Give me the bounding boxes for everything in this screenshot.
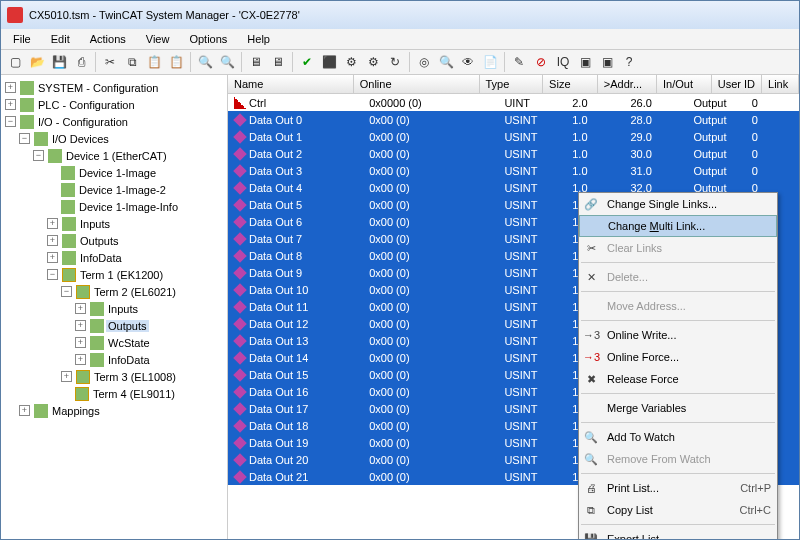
col-link[interactable]: Link (762, 75, 799, 93)
tb-activate-icon[interactable]: ⬛ (319, 52, 339, 72)
collapse-icon[interactable]: − (47, 269, 58, 280)
variable-icon (234, 97, 246, 109)
collapse-icon[interactable]: − (33, 150, 44, 161)
expand-icon[interactable]: + (47, 235, 58, 246)
ctx-online-force[interactable]: →3Online Force... (579, 346, 777, 368)
tb-no-icon[interactable]: ⊘ (531, 52, 551, 72)
list-row[interactable]: Data Out 10x00 (0)USINT1.029.0Output0 (228, 128, 799, 145)
collapse-icon[interactable]: − (19, 133, 30, 144)
tree-img1[interactable]: Device 1-Image (77, 167, 158, 179)
ctx-remove-watch[interactable]: 🔍Remove From Watch (579, 448, 777, 470)
expand-icon[interactable]: + (19, 405, 30, 416)
ctx-add-watch[interactable]: 🔍Add To Watch (579, 426, 777, 448)
list-row[interactable]: Data Out 20x00 (0)USINT1.030.0Output0 (228, 145, 799, 162)
tb-cut-icon[interactable]: ✂ (100, 52, 120, 72)
tb-saveall-icon[interactable]: ⎙ (71, 52, 91, 72)
variable-list[interactable]: Name Online Type Size >Addr... In/Out Us… (228, 75, 799, 539)
ctx-move-address[interactable]: Move Address... (579, 295, 777, 317)
list-row[interactable]: Data Out 30x00 (0)USINT1.031.0Output0 (228, 162, 799, 179)
expand-icon[interactable]: + (47, 252, 58, 263)
tb-copy-icon[interactable]: ⧉ (122, 52, 142, 72)
menu-edit[interactable]: Edit (43, 31, 78, 47)
tb-find-icon[interactable]: 🔍 (195, 52, 215, 72)
ctx-release-force[interactable]: ✖Release Force (579, 368, 777, 390)
tree-wcstate[interactable]: WcState (106, 337, 152, 349)
col-uid[interactable]: User ID (712, 75, 762, 93)
expand-icon[interactable]: + (5, 82, 16, 93)
tree-t2out[interactable]: Outputs (106, 320, 149, 332)
ctx-change-single[interactable]: 🔗Change Single Links... (579, 193, 777, 215)
expand-icon[interactable]: + (47, 218, 58, 229)
menu-actions[interactable]: Actions (82, 31, 134, 47)
tb-info-icon[interactable]: ? (619, 52, 639, 72)
expand-icon[interactable]: + (75, 337, 86, 348)
tree-plc[interactable]: PLC - Configuration (36, 99, 137, 111)
tree-t2in[interactable]: Inputs (106, 303, 140, 315)
expand-icon[interactable]: + (5, 99, 16, 110)
ctx-online-write[interactable]: →3Online Write... (579, 324, 777, 346)
tb-stop-icon[interactable]: ⚙ (363, 52, 383, 72)
expand-icon[interactable]: + (75, 320, 86, 331)
tree-img2[interactable]: Device 1-Image-2 (77, 184, 168, 196)
expand-icon[interactable]: + (75, 354, 86, 365)
tree-term2[interactable]: Term 2 (EL6021) (92, 286, 178, 298)
tree-dev1[interactable]: Device 1 (EtherCAT) (64, 150, 169, 162)
tree-infodata[interactable]: InfoData (78, 252, 124, 264)
tree-imgi[interactable]: Device 1-Image-Info (77, 201, 180, 213)
tb-dev3-icon[interactable]: ▣ (575, 52, 595, 72)
tree-system[interactable]: SYSTEM - Configuration (36, 82, 160, 94)
ctx-merge[interactable]: Merge Variables (579, 397, 777, 419)
tb-open-icon[interactable]: 📂 (27, 52, 47, 72)
tb-check-icon[interactable]: ✔ (297, 52, 317, 72)
tree-view[interactable]: +SYSTEM - Configuration +PLC - Configura… (1, 75, 228, 539)
list-row[interactable]: Data Out 00x00 (0)USINT1.028.0Output0 (228, 111, 799, 128)
tb-scope-icon[interactable]: ✎ (509, 52, 529, 72)
collapse-icon[interactable]: − (61, 286, 72, 297)
col-addr[interactable]: >Addr... (598, 75, 657, 93)
var-name: Data Out 4 (249, 182, 302, 194)
tb-target-icon[interactable]: ◎ (414, 52, 434, 72)
menu-file[interactable]: File (5, 31, 39, 47)
tb-watch-icon[interactable]: 👁 (458, 52, 478, 72)
expand-icon[interactable]: + (75, 303, 86, 314)
ctx-export[interactable]: 💾Export List... (579, 528, 777, 539)
tree-term3[interactable]: Term 3 (EL1008) (92, 371, 178, 383)
tb-paste-icon[interactable]: 📋 (144, 52, 164, 72)
ctx-delete[interactable]: ✕Delete... (579, 266, 777, 288)
tb-new-icon[interactable]: ▢ (5, 52, 25, 72)
tree-iodev[interactable]: I/O Devices (50, 133, 111, 145)
tb-device2-icon[interactable]: 🖥 (268, 52, 288, 72)
col-io[interactable]: In/Out (657, 75, 712, 93)
ctx-change-multi[interactable]: Change Multi Link... (579, 215, 777, 237)
menu-help[interactable]: Help (239, 31, 278, 47)
tb-restart-icon[interactable]: ↻ (385, 52, 405, 72)
menu-options[interactable]: Options (181, 31, 235, 47)
col-online[interactable]: Online (354, 75, 480, 93)
tb-device-icon[interactable]: 🖥 (246, 52, 266, 72)
tree-inputs[interactable]: Inputs (78, 218, 112, 230)
tb-paste2-icon[interactable]: 📋 (166, 52, 186, 72)
tb-dev4-icon[interactable]: ▣ (597, 52, 617, 72)
menu-view[interactable]: View (138, 31, 178, 47)
tree-term1[interactable]: Term 1 (EK1200) (78, 269, 165, 281)
ctx-print[interactable]: 🖨Print List...Ctrl+P (579, 477, 777, 499)
tb-zoom-icon[interactable]: 🔍 (436, 52, 456, 72)
tb-findnext-icon[interactable]: 🔍 (217, 52, 237, 72)
tree-outputs[interactable]: Outputs (78, 235, 121, 247)
ctx-clear-links[interactable]: ✂Clear Links (579, 237, 777, 259)
tb-iq-icon[interactable]: IQ (553, 52, 573, 72)
tree-t2info[interactable]: InfoData (106, 354, 152, 366)
ctx-copy[interactable]: ⧉Copy ListCtrl+C (579, 499, 777, 521)
list-row[interactable]: Ctrl0x0000 (0)UINT2.026.0Output0 (228, 94, 799, 111)
col-size[interactable]: Size (543, 75, 598, 93)
tb-prop-icon[interactable]: 📄 (480, 52, 500, 72)
tree-ioconf[interactable]: I/O - Configuration (36, 116, 130, 128)
expand-icon[interactable]: + (61, 371, 72, 382)
tree-mappings[interactable]: Mappings (50, 405, 102, 417)
collapse-icon[interactable]: − (5, 116, 16, 127)
col-name[interactable]: Name (228, 75, 354, 93)
tree-term4[interactable]: Term 4 (EL9011) (91, 388, 177, 400)
tb-save-icon[interactable]: 💾 (49, 52, 69, 72)
col-type[interactable]: Type (480, 75, 544, 93)
tb-run-icon[interactable]: ⚙ (341, 52, 361, 72)
